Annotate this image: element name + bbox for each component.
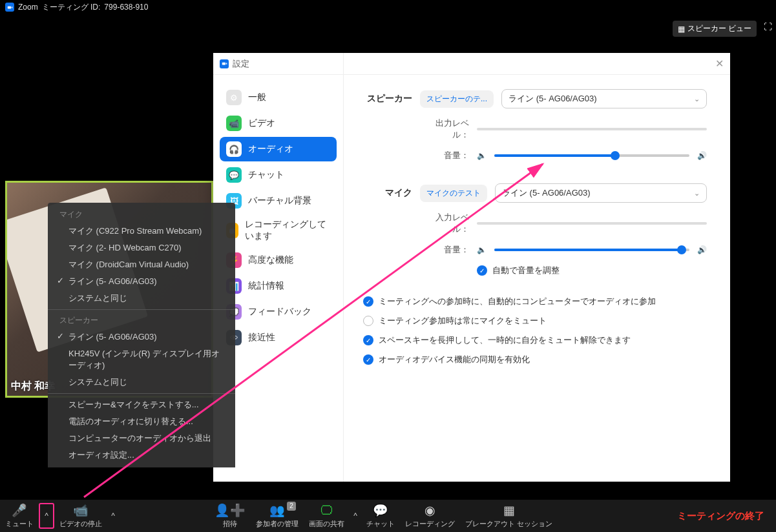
chat-button[interactable]: 💬 チャット (361, 502, 400, 531)
input-level-label: 入力レベル： (420, 212, 469, 235)
window-titlebar: Zoom ミーティング ID: 799-638-910 (0, 0, 776, 14)
speaker-device-select[interactable]: ライン (5- AG06/AG03) ⌄ (501, 89, 707, 108)
mic-menu-item[interactable]: ライン (5- AG06/AG03) (48, 273, 235, 290)
audio-menu-action[interactable]: オーディオ設定... (48, 447, 235, 464)
auto-join-audio-label: ミーティングへの参加時に、自動的にコンピューターでオーディオに参加 (379, 296, 656, 307)
settings-nav-item[interactable]: 📊統計情報 (220, 274, 337, 298)
output-level-label: 出力レベル： (420, 118, 469, 141)
mic-menu-item[interactable]: マイク (DroidCam Virtual Audio) (48, 256, 235, 273)
nav-item-label: フィードバック (248, 306, 311, 318)
sync-audio-device-label: オーディオデバイス機能の同期を有効化 (379, 354, 530, 365)
gallery-icon: ▦ (678, 25, 685, 34)
settings-titlebar: 設定 ✕ (213, 53, 730, 75)
meeting-area: ▦ スピーカー ビュー ⛶ 中村 和幸 設定 ✕ ⚙一般📹ビデオ🎧オーディオ💬チ… (0, 14, 776, 500)
nav-item-label: レコーディングしています (245, 219, 330, 242)
nav-item-label: ビデオ (248, 118, 275, 129)
invite-icon: 👤➕ (215, 504, 246, 518)
speaker-menu-item[interactable]: システムと同じ (48, 374, 235, 391)
settings-nav-item[interactable]: ⚡高度な機能 (220, 248, 337, 272)
mic-device-select[interactable]: ライン (5- AG06/AG03) ⌄ (495, 183, 707, 203)
record-icon: ◉ (425, 504, 435, 518)
settings-nav-item[interactable]: ⚙一般 (220, 85, 337, 110)
nav-icon: 📹 (226, 116, 242, 131)
zoom-logo-icon (5, 3, 14, 12)
participants-count-badge: 2 (287, 502, 296, 511)
sync-audio-device-checkbox[interactable]: ✓ (363, 354, 373, 365)
video-camera-icon: 📹 (73, 504, 89, 518)
mute-on-join-label: ミーティング参加時は常にマイクをミュート (379, 315, 547, 327)
mic-menu-item[interactable]: マイク (2- HD Webcam C270) (48, 240, 235, 256)
grid-icon: ▦ (503, 504, 515, 518)
meeting-label: ミーティング ID: (42, 2, 101, 13)
audio-options-caret[interactable]: ^ (39, 503, 54, 529)
audio-options-menu: マイク マイク (C922 Pro Stream Webcam)マイク (2- … (48, 203, 235, 467)
nav-icon: 💬 (226, 167, 242, 183)
recording-button[interactable]: ◉ レコーディング (400, 502, 460, 531)
mic-menu-item[interactable]: マイク (C922 Pro Stream Webcam) (48, 223, 235, 240)
spacekey-unmute-label: スペースキーを長押しして、一時的に自分をミュート解除できます (379, 334, 631, 346)
mic-menu-item[interactable]: システムと同じ (48, 290, 235, 307)
test-speaker-button[interactable]: スピーカーのテ... (420, 90, 494, 108)
end-meeting-button[interactable]: ミーティングの終了 (666, 510, 776, 522)
meeting-id: 799-638-910 (104, 3, 148, 12)
speaker-menu-header: スピーカー (48, 312, 235, 329)
settings-title: 設定 (233, 58, 249, 70)
nav-item-label: オーディオ (248, 143, 293, 155)
share-options-caret[interactable]: ^ (350, 503, 361, 529)
speaker-output-level (477, 128, 707, 130)
mic-volume-slider[interactable] (494, 249, 689, 251)
mic-input-level (477, 222, 707, 225)
spacekey-unmute-checkbox[interactable]: ✓ (363, 335, 373, 345)
audio-menu-action[interactable]: スピーカー&マイクをテストする... (48, 396, 235, 413)
audio-menu-action[interactable]: コンピューターのオーディオから退出 (48, 430, 235, 447)
nav-icon: 🎧 (226, 141, 242, 157)
test-mic-button[interactable]: マイクのテスト (420, 185, 487, 202)
mic-menu-header: マイク (48, 207, 235, 223)
video-options-caret[interactable]: ^ (107, 503, 119, 529)
menu-separator (48, 393, 235, 394)
settings-nav-item[interactable]: 📹ビデオ (220, 111, 337, 136)
zoom-logo-icon (220, 59, 229, 68)
volume-high-icon: 🔊 (697, 245, 707, 254)
fullscreen-button[interactable]: ⛶ (764, 22, 772, 32)
chevron-down-icon: ⌄ (694, 95, 700, 103)
mute-on-join-checkbox[interactable] (363, 316, 373, 326)
mute-button[interactable]: 🎤 ミュート (0, 502, 39, 531)
settings-dialog: 設定 ✕ ⚙一般📹ビデオ🎧オーディオ💬チャット🖼バーチャル背景⏺レコーディングし… (213, 53, 730, 482)
settings-nav-item[interactable]: ⏺レコーディングしています (220, 214, 337, 247)
speaker-menu-item[interactable]: KH245V (インテル(R) ディスプレイ用オーディオ) (48, 345, 235, 374)
speaker-menu-item[interactable]: ライン (5- AG06/AG03) (48, 329, 235, 345)
microphone-icon: 🎤 (12, 504, 27, 518)
app-name: Zoom (18, 3, 38, 12)
mic-volume-label: 音量： (420, 244, 469, 256)
close-icon[interactable]: ✕ (715, 57, 724, 70)
speaker-section-label: スピーカー (363, 93, 412, 105)
menu-separator (48, 309, 235, 310)
share-screen-icon: 🖵 (320, 504, 333, 518)
volume-low-icon: 🔈 (477, 245, 487, 254)
chat-icon: 💬 (373, 504, 388, 518)
settings-nav-item[interactable]: 👁接近性 (220, 325, 337, 350)
share-screen-button[interactable]: 🖵 画面の共有 (304, 502, 350, 531)
stop-video-button[interactable]: 📹 ビデオの停止 (54, 502, 107, 531)
invite-button[interactable]: 👤➕ 招待 (209, 502, 251, 531)
volume-low-icon: 🔈 (477, 151, 487, 160)
nav-item-label: 接近性 (248, 332, 275, 343)
settings-nav-item[interactable]: 🖼バーチャル背景 (220, 189, 337, 213)
settings-nav-item[interactable]: 💬チャット (220, 163, 337, 187)
auto-join-audio-checkbox[interactable]: ✓ (363, 296, 373, 307)
manage-participants-button[interactable]: 👥 2 参加者の管理 (251, 502, 304, 531)
audio-menu-action[interactable]: 電話のオーディオに切り替える... (48, 413, 235, 430)
settings-nav-item[interactable]: 🎧オーディオ (220, 137, 337, 161)
nav-icon: ⚙ (226, 90, 242, 105)
volume-high-icon: 🔊 (697, 151, 707, 160)
speaker-view-button[interactable]: ▦ スピーカー ビュー (673, 21, 757, 37)
nav-item-label: バーチャル背景 (248, 195, 311, 207)
breakout-button[interactable]: ▦ ブレークアウト セッション (460, 502, 558, 531)
nav-item-label: チャット (248, 169, 284, 181)
speaker-volume-slider[interactable] (494, 154, 689, 157)
auto-volume-checkbox[interactable]: ✓ (477, 265, 487, 276)
nav-item-label: 高度な機能 (248, 254, 293, 266)
settings-nav-item[interactable]: 💭フィードバック (220, 300, 337, 324)
mic-section-label: マイク (363, 187, 412, 199)
